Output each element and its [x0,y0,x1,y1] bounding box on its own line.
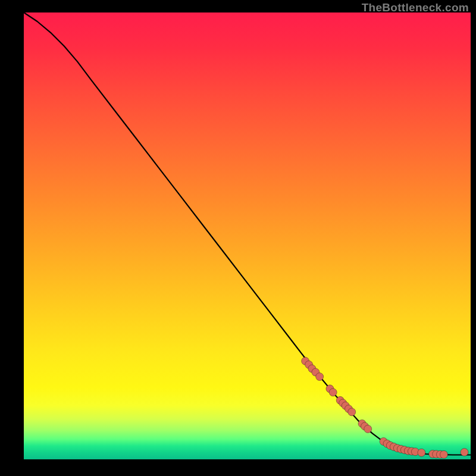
data-point [329,389,337,396]
bottleneck-curve [24,12,471,455]
chart-stage: TheBottleneck.com [0,0,476,476]
plot-area [24,12,471,459]
data-point [440,450,447,458]
data-point [348,408,356,416]
data-point [316,373,324,381]
data-point [418,449,425,456]
curve-layer [24,12,471,459]
highlight-points [302,357,468,458]
data-point [461,448,468,456]
data-point [364,425,372,433]
watermark-text: TheBottleneck.com [362,1,469,14]
